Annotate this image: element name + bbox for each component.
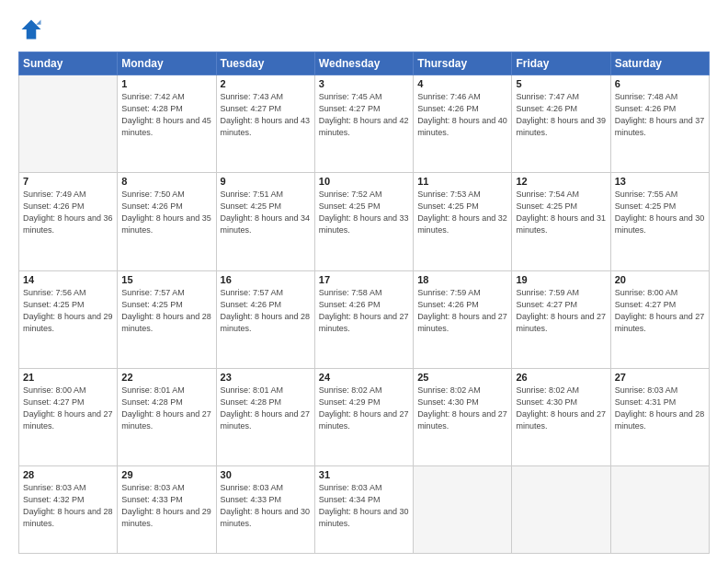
svg-marker-0: [22, 20, 41, 40]
calendar-cell: 29 Sunrise: 8:03 AMSunset: 4:33 PMDaylig…: [118, 466, 216, 554]
day-info: Sunrise: 8:03 AMSunset: 4:31 PMDaylight:…: [615, 385, 705, 432]
day-info: Sunrise: 7:43 AMSunset: 4:27 PMDaylight:…: [221, 91, 311, 139]
logo-icon: [18, 17, 44, 42]
day-number: 30: [221, 469, 311, 480]
day-number: 1: [121, 78, 211, 89]
day-number: 8: [121, 176, 211, 187]
day-number: 22: [121, 372, 211, 383]
calendar-cell: 15 Sunrise: 7:57 AMSunset: 4:25 PMDaylig…: [118, 270, 216, 368]
day-info: Sunrise: 8:01 AMSunset: 4:28 PMDaylight:…: [121, 385, 211, 432]
day-info: Sunrise: 7:59 AMSunset: 4:27 PMDaylight:…: [516, 287, 606, 335]
day-info: Sunrise: 7:56 AMSunset: 4:25 PMDaylight:…: [23, 287, 113, 335]
day-number: 3: [319, 78, 409, 89]
calendar-cell: 19 Sunrise: 7:59 AMSunset: 4:27 PMDaylig…: [512, 270, 610, 368]
day-info: Sunrise: 7:54 AMSunset: 4:25 PMDaylight:…: [516, 189, 606, 236]
day-info: Sunrise: 8:03 AMSunset: 4:32 PMDaylight:…: [23, 482, 113, 530]
calendar: SundayMondayTuesdayWednesdayThursdayFrid…: [18, 52, 710, 554]
calendar-cell: [19, 75, 118, 173]
day-number: 23: [221, 372, 311, 383]
calendar-cell: 31 Sunrise: 8:03 AMSunset: 4:34 PMDaylig…: [314, 466, 413, 554]
day-number: 31: [319, 469, 409, 480]
day-number: 20: [615, 274, 705, 285]
calendar-cell: 23 Sunrise: 8:01 AMSunset: 4:28 PMDaylig…: [216, 368, 314, 465]
calendar-cell: 30 Sunrise: 8:03 AMSunset: 4:33 PMDaylig…: [216, 466, 314, 554]
calendar-cell: 14 Sunrise: 7:56 AMSunset: 4:25 PMDaylig…: [19, 270, 118, 368]
calendar-cell: 10 Sunrise: 7:52 AMSunset: 4:25 PMDaylig…: [314, 173, 413, 270]
day-number: 9: [221, 176, 311, 187]
day-info: Sunrise: 7:52 AMSunset: 4:25 PMDaylight:…: [319, 189, 409, 236]
day-info: Sunrise: 7:53 AMSunset: 4:25 PMDaylight:…: [417, 189, 507, 236]
calendar-cell: 11 Sunrise: 7:53 AMSunset: 4:25 PMDaylig…: [414, 173, 512, 270]
calendar-cell: 3 Sunrise: 7:45 AMSunset: 4:27 PMDayligh…: [314, 75, 413, 173]
calendar-cell: 26 Sunrise: 8:02 AMSunset: 4:30 PMDaylig…: [512, 368, 610, 465]
weekday-header-monday: Monday: [118, 52, 216, 75]
day-info: Sunrise: 7:58 AMSunset: 4:26 PMDaylight:…: [319, 287, 409, 335]
logo: [18, 17, 48, 42]
calendar-cell: 2 Sunrise: 7:43 AMSunset: 4:27 PMDayligh…: [216, 75, 314, 173]
day-number: 16: [221, 274, 311, 285]
day-info: Sunrise: 7:46 AMSunset: 4:26 PMDaylight:…: [417, 91, 507, 139]
calendar-cell: 16 Sunrise: 7:57 AMSunset: 4:26 PMDaylig…: [216, 270, 314, 368]
day-info: Sunrise: 7:45 AMSunset: 4:27 PMDaylight:…: [319, 91, 409, 139]
day-number: 13: [615, 176, 705, 187]
day-info: Sunrise: 8:03 AMSunset: 4:34 PMDaylight:…: [319, 482, 409, 530]
day-number: 5: [516, 78, 606, 89]
day-info: Sunrise: 8:02 AMSunset: 4:30 PMDaylight:…: [516, 385, 606, 432]
day-number: 21: [23, 372, 113, 383]
day-info: Sunrise: 8:00 AMSunset: 4:27 PMDaylight:…: [615, 287, 705, 335]
day-info: Sunrise: 8:03 AMSunset: 4:33 PMDaylight:…: [221, 482, 311, 530]
day-info: Sunrise: 8:03 AMSunset: 4:33 PMDaylight:…: [121, 482, 211, 530]
weekday-header-sunday: Sunday: [19, 52, 118, 75]
calendar-cell: [610, 466, 709, 554]
day-number: 14: [23, 274, 113, 285]
day-number: 29: [121, 469, 211, 480]
day-number: 26: [516, 372, 606, 383]
calendar-cell: 20 Sunrise: 8:00 AMSunset: 4:27 PMDaylig…: [610, 270, 709, 368]
day-number: 6: [615, 78, 705, 89]
calendar-cell: 7 Sunrise: 7:49 AMSunset: 4:26 PMDayligh…: [19, 173, 118, 270]
day-number: 27: [615, 372, 705, 383]
day-info: Sunrise: 7:57 AMSunset: 4:25 PMDaylight:…: [121, 287, 211, 335]
day-number: 4: [417, 78, 507, 89]
calendar-cell: 22 Sunrise: 8:01 AMSunset: 4:28 PMDaylig…: [118, 368, 216, 465]
calendar-cell: 21 Sunrise: 8:00 AMSunset: 4:27 PMDaylig…: [19, 368, 118, 465]
calendar-cell: [512, 466, 610, 554]
weekday-header-friday: Friday: [512, 52, 610, 75]
calendar-cell: 27 Sunrise: 8:03 AMSunset: 4:31 PMDaylig…: [610, 368, 709, 465]
calendar-cell: 8 Sunrise: 7:50 AMSunset: 4:26 PMDayligh…: [118, 173, 216, 270]
calendar-cell: 6 Sunrise: 7:48 AMSunset: 4:26 PMDayligh…: [610, 75, 709, 173]
calendar-cell: 4 Sunrise: 7:46 AMSunset: 4:26 PMDayligh…: [414, 75, 512, 173]
page: SundayMondayTuesdayWednesdayThursdayFrid…: [0, 0, 728, 563]
day-number: 17: [319, 274, 409, 285]
calendar-cell: 9 Sunrise: 7:51 AMSunset: 4:25 PMDayligh…: [216, 173, 314, 270]
day-info: Sunrise: 8:02 AMSunset: 4:30 PMDaylight:…: [417, 385, 507, 432]
calendar-cell: 28 Sunrise: 8:03 AMSunset: 4:32 PMDaylig…: [19, 466, 118, 554]
day-number: 19: [516, 274, 606, 285]
day-info: Sunrise: 7:59 AMSunset: 4:26 PMDaylight:…: [417, 287, 507, 335]
day-number: 24: [319, 372, 409, 383]
calendar-cell: 25 Sunrise: 8:02 AMSunset: 4:30 PMDaylig…: [414, 368, 512, 465]
calendar-cell: 12 Sunrise: 7:54 AMSunset: 4:25 PMDaylig…: [512, 173, 610, 270]
calendar-cell: 18 Sunrise: 7:59 AMSunset: 4:26 PMDaylig…: [414, 270, 512, 368]
calendar-cell: 13 Sunrise: 7:55 AMSunset: 4:25 PMDaylig…: [610, 173, 709, 270]
calendar-cell: [414, 466, 512, 554]
day-info: Sunrise: 8:01 AMSunset: 4:28 PMDaylight:…: [221, 385, 311, 432]
day-number: 25: [417, 372, 507, 383]
day-info: Sunrise: 8:00 AMSunset: 4:27 PMDaylight:…: [23, 385, 113, 432]
weekday-header-wednesday: Wednesday: [314, 52, 413, 75]
weekday-header-tuesday: Tuesday: [216, 52, 314, 75]
calendar-cell: 5 Sunrise: 7:47 AMSunset: 4:26 PMDayligh…: [512, 75, 610, 173]
day-info: Sunrise: 7:47 AMSunset: 4:26 PMDaylight:…: [516, 91, 606, 139]
day-number: 2: [221, 78, 311, 89]
header: [18, 17, 710, 42]
weekday-header-saturday: Saturday: [610, 52, 709, 75]
day-info: Sunrise: 7:48 AMSunset: 4:26 PMDaylight:…: [615, 91, 705, 139]
day-info: Sunrise: 7:51 AMSunset: 4:25 PMDaylight:…: [221, 189, 311, 236]
day-number: 28: [23, 469, 113, 480]
calendar-cell: 24 Sunrise: 8:02 AMSunset: 4:29 PMDaylig…: [314, 368, 413, 465]
day-info: Sunrise: 7:57 AMSunset: 4:26 PMDaylight:…: [221, 287, 311, 335]
day-number: 7: [23, 176, 113, 187]
day-info: Sunrise: 7:42 AMSunset: 4:28 PMDaylight:…: [121, 91, 211, 139]
day-info: Sunrise: 8:02 AMSunset: 4:29 PMDaylight:…: [319, 385, 409, 432]
day-info: Sunrise: 7:55 AMSunset: 4:25 PMDaylight:…: [615, 189, 705, 236]
